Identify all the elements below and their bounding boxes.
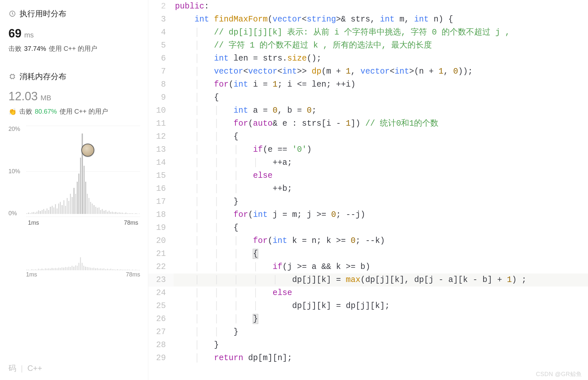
- mini-chart-bar[interactable]: [95, 268, 96, 270]
- footer-left[interactable]: 码: [8, 363, 16, 373]
- mini-chart-bar[interactable]: [30, 270, 31, 270]
- chart-bar[interactable]: [87, 194, 88, 214]
- chart-bar[interactable]: [61, 205, 62, 214]
- code-line[interactable]: 4 │ // dp[i][j][k] 表示: 从前 i 个字符串中挑选, 字符 …: [148, 26, 588, 39]
- code-content[interactable]: │ │ for(auto& e : strs[i - 1]) // 统计0和1的…: [174, 117, 588, 130]
- chart-bar[interactable]: [115, 212, 116, 214]
- chart-bar[interactable]: [30, 213, 31, 214]
- code-line[interactable]: 5 │ // 字符 1 的个数不超过 k , 所有的选法中, 最大的长度: [148, 39, 588, 52]
- mini-chart-bar[interactable]: [93, 268, 94, 270]
- chart-bar[interactable]: [42, 210, 43, 214]
- code-line[interactable]: 27 │ │ }: [148, 326, 588, 339]
- code-content[interactable]: │ return dp[m][n];: [174, 352, 588, 365]
- code-content[interactable]: public:: [174, 0, 588, 13]
- chart-bar[interactable]: [32, 212, 33, 214]
- mini-chart-bar[interactable]: [35, 269, 36, 270]
- chart-bar[interactable]: [78, 174, 79, 214]
- code-content[interactable]: int findMaxForm(vector<string>& strs, in…: [174, 13, 588, 26]
- code-line[interactable]: 29 │ return dp[m][n];: [148, 352, 588, 365]
- chart-bar[interactable]: [100, 210, 101, 214]
- mini-chart-bar[interactable]: [112, 269, 113, 270]
- chart-bar[interactable]: [107, 212, 108, 214]
- code-line[interactable]: 7 │ vector<vector<int>> dp(m + 1, vector…: [148, 65, 588, 78]
- chart-bar[interactable]: [122, 213, 123, 214]
- chart-bar[interactable]: [134, 214, 135, 214]
- mini-chart-bar[interactable]: [92, 268, 93, 270]
- mini-chart-bar[interactable]: [122, 270, 123, 270]
- code-line[interactable]: 12 │ │ {: [148, 130, 588, 143]
- mini-chart-bar[interactable]: [109, 269, 110, 270]
- mini-chart-bar[interactable]: [33, 270, 34, 270]
- mini-chart-bar[interactable]: [65, 267, 66, 270]
- mini-chart-bar[interactable]: [63, 268, 64, 270]
- chart-bar[interactable]: [88, 198, 89, 214]
- code-line[interactable]: 8 │ for(int i = 1; i <= len; ++i): [148, 78, 588, 91]
- mini-chart-bar[interactable]: [51, 268, 52, 270]
- mini-chart-bar[interactable]: [90, 268, 91, 270]
- mini-chart-bar[interactable]: [78, 263, 79, 270]
- chart-bar[interactable]: [75, 194, 76, 214]
- chart-bar[interactable]: [137, 214, 138, 214]
- code-line[interactable]: 6 │ int len = strs.size();: [148, 52, 588, 65]
- chart-bar[interactable]: [102, 209, 103, 214]
- code-content[interactable]: │ // 字符 1 的个数不超过 k , 所有的选法中, 最大的长度: [174, 39, 588, 52]
- code-editor[interactable]: 2public:3 int findMaxForm(vector<string>…: [148, 0, 588, 380]
- chart-bar[interactable]: [84, 166, 85, 214]
- mini-chart-bar[interactable]: [45, 268, 46, 270]
- chart-bar[interactable]: [38, 210, 39, 214]
- code-content[interactable]: │ │ {: [174, 221, 588, 234]
- mini-chart-bar[interactable]: [85, 267, 86, 270]
- code-content[interactable]: │ │ {: [174, 130, 588, 143]
- code-content[interactable]: │ │ │ {: [174, 247, 588, 260]
- mini-chart-bar[interactable]: [87, 267, 88, 270]
- mini-chart-bar[interactable]: [119, 270, 120, 270]
- mini-chart-bar[interactable]: [129, 270, 130, 270]
- mini-chart-bar[interactable]: [61, 267, 62, 270]
- chart-bar[interactable]: [125, 213, 126, 214]
- chart-bar[interactable]: [53, 207, 54, 214]
- mini-chart-bar[interactable]: [68, 267, 69, 270]
- mini-chart-bar[interactable]: [26, 270, 27, 270]
- chart-bar[interactable]: [80, 158, 81, 214]
- mini-chart-bar[interactable]: [28, 270, 29, 270]
- mini-chart-bar[interactable]: [88, 267, 89, 270]
- chart-bar[interactable]: [117, 213, 118, 214]
- code-content[interactable]: │ │ }: [174, 326, 588, 339]
- mini-chart-bar[interactable]: [77, 266, 78, 270]
- mini-chart-bar[interactable]: [125, 270, 126, 270]
- code-line[interactable]: 25 │ │ │ │ dp[j][k] = dp[j][k];: [148, 300, 588, 313]
- chart-bar[interactable]: [95, 207, 96, 214]
- mini-chart-bar[interactable]: [38, 269, 39, 270]
- mini-chart-bar[interactable]: [53, 268, 54, 270]
- chart-bar[interactable]: [110, 212, 111, 214]
- mini-chart-bar[interactable]: [110, 269, 111, 270]
- mini-chart-bar[interactable]: [40, 269, 41, 270]
- mini-chart-bar[interactable]: [124, 270, 125, 270]
- mini-chart-bar[interactable]: [100, 268, 101, 270]
- chart-bar[interactable]: [28, 213, 29, 214]
- code-content[interactable]: │ │ │ }: [174, 313, 588, 326]
- chart-bar[interactable]: [36, 212, 37, 214]
- code-line[interactable]: 14 │ │ │ │ ++a;: [148, 156, 588, 169]
- mini-chart-bar[interactable]: [99, 269, 100, 270]
- code-line[interactable]: 11 │ │ for(auto& e : strs[i - 1]) // 统计0…: [148, 117, 588, 130]
- chart-bar[interactable]: [90, 202, 91, 214]
- code-content[interactable]: │ │ │ │ if(j >= a && k >= b): [174, 260, 588, 274]
- mini-chart-bar[interactable]: [48, 268, 49, 270]
- code-line[interactable]: 20 │ │ │ for(int k = n; k >= 0; --k): [148, 234, 588, 247]
- mini-chart-bar[interactable]: [73, 267, 74, 270]
- mini-chart-bar[interactable]: [72, 266, 73, 270]
- chart-bar[interactable]: [26, 213, 27, 214]
- chart-bar[interactable]: [112, 212, 113, 214]
- mini-chart-bar[interactable]: [55, 268, 56, 270]
- chart-bar[interactable]: [135, 213, 136, 214]
- mini-chart-bar[interactable]: [36, 270, 37, 270]
- chart-bar[interactable]: [119, 212, 120, 214]
- code-line[interactable]: 23 │ │ │ │ │ dp[j][k] = max(dp[j][k], dp…: [148, 274, 588, 287]
- code-content[interactable]: │ │ │ │ dp[j][k] = dp[j][k];: [174, 300, 588, 313]
- mini-chart-bar[interactable]: [127, 270, 128, 270]
- code-content[interactable]: │ {: [174, 91, 588, 104]
- chart-bar[interactable]: [85, 182, 86, 214]
- code-line[interactable]: 17 │ │ }: [148, 195, 588, 208]
- mini-chart-bar[interactable]: [58, 268, 59, 270]
